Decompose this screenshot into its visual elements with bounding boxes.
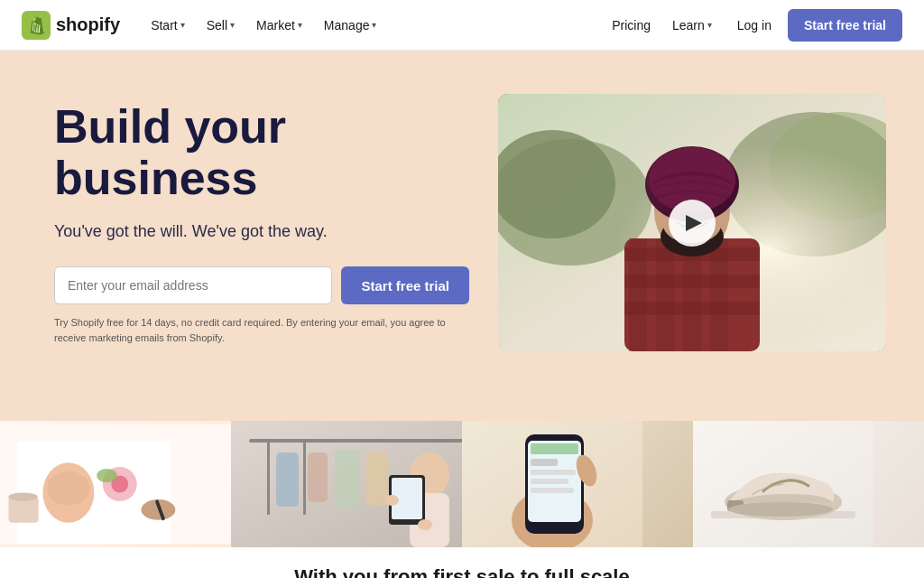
svg-rect-55 [531, 459, 558, 466]
nav-learn-link[interactable]: Learn ▾ [663, 13, 721, 38]
nav-right-items: Pricing Learn ▾ Log in Start free trial [603, 9, 902, 42]
svg-point-28 [47, 471, 89, 506]
hero-title-line1: Build your [54, 100, 286, 153]
svg-point-33 [8, 492, 37, 500]
svg-rect-56 [531, 470, 576, 475]
svg-point-31 [97, 469, 117, 482]
hero-disclaimer: Try Shopify free for 14 days, no credit … [54, 315, 469, 345]
chevron-down-icon: ▾ [180, 20, 185, 30]
hero-signup-form: Start free trial [54, 266, 469, 304]
shopify-logo-icon [22, 11, 51, 40]
chevron-down-icon: ▾ [372, 20, 376, 30]
svg-rect-58 [531, 488, 574, 493]
svg-point-48 [384, 495, 399, 506]
svg-rect-38 [267, 443, 270, 515]
chevron-down-icon: ▾ [298, 20, 302, 30]
logo-text: shopify [56, 14, 120, 35]
nav-item-start[interactable]: Start ▾ [142, 13, 194, 38]
thumbnail-strip [0, 405, 924, 547]
bottom-title: With you from first sale to full scale [294, 565, 629, 578]
thumbnail-1[interactable] [0, 421, 231, 547]
hero-title: Build your business [54, 101, 469, 204]
hero-section: Build your business You've got the will.… [0, 51, 924, 405]
thumbnail-3[interactable] [462, 421, 693, 547]
svg-rect-37 [249, 439, 462, 443]
bottom-section: With you from first sale to full scale [0, 547, 924, 578]
svg-rect-43 [366, 452, 388, 506]
thumbnail-4[interactable] [693, 421, 924, 547]
nav-market-label: Market [256, 18, 295, 33]
logo[interactable]: shopify [22, 11, 120, 40]
hero-start-trial-button[interactable]: Start free trial [341, 266, 469, 304]
email-input[interactable] [54, 266, 332, 304]
svg-rect-40 [276, 452, 299, 507]
navbar: shopify Start ▾ Sell ▾ Market ▾ Manage ▾… [0, 0, 924, 51]
nav-sell-label: Sell [207, 18, 227, 33]
nav-pricing-link[interactable]: Pricing [603, 13, 660, 38]
play-button[interactable] [669, 200, 716, 247]
svg-rect-54 [531, 443, 578, 454]
chevron-down-icon: ▾ [707, 20, 712, 30]
thumbnail-art-1 [0, 421, 231, 547]
hero-subtitle: You've got the will. We've got the way. [54, 222, 469, 241]
hero-title-line2: business [54, 152, 257, 204]
hero-video [498, 94, 886, 351]
play-icon [686, 215, 702, 231]
svg-rect-41 [308, 452, 328, 502]
svg-point-49 [418, 519, 432, 530]
nav-manage-label: Manage [324, 18, 370, 33]
nav-left-items: Start ▾ Sell ▾ Market ▾ Manage ▾ [142, 13, 385, 38]
video-container[interactable] [498, 94, 886, 351]
thumbnail-art-4 [693, 421, 873, 547]
thumbnail-art-2 [231, 421, 462, 547]
nav-start-label: Start [151, 18, 178, 33]
svg-rect-42 [335, 450, 360, 508]
svg-rect-14 [624, 302, 760, 315]
thumbnail-art-3 [462, 421, 642, 547]
thumbnail-2[interactable] [231, 421, 462, 547]
svg-rect-57 [531, 479, 568, 484]
svg-rect-39 [303, 443, 306, 515]
svg-point-64 [728, 502, 833, 517]
nav-item-manage[interactable]: Manage ▾ [315, 13, 386, 38]
nav-login-link[interactable]: Log in [725, 13, 784, 38]
svg-rect-13 [624, 275, 760, 288]
nav-item-market[interactable]: Market ▾ [247, 13, 311, 38]
hero-content: Build your business You've got the will.… [54, 94, 469, 345]
nav-start-trial-button[interactable]: Start free trial [788, 9, 902, 42]
chevron-down-icon: ▾ [230, 20, 235, 30]
nav-item-sell[interactable]: Sell ▾ [198, 13, 244, 38]
